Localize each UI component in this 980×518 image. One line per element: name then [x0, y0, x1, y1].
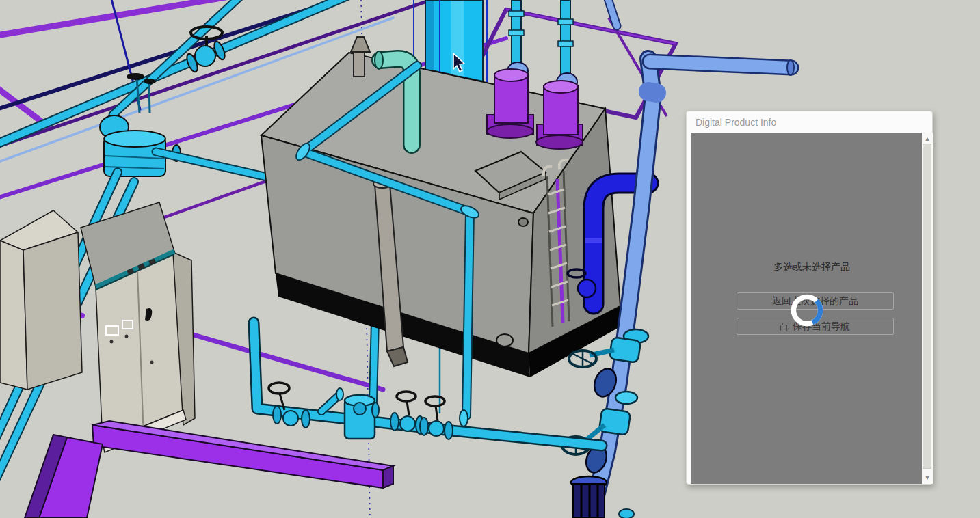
digital-product-info-panel: Digital Product Info 多选或未选择产品 返回上次选择的产品 …: [686, 111, 933, 485]
panel-body: 多选或未选择产品 返回上次选择的产品 保存当前导航: [691, 133, 922, 484]
scrollbar-thumb[interactable]: [923, 144, 931, 469]
panel-title: Digital Product Info: [696, 117, 776, 128]
panel-scrollbar[interactable]: ▲ ▼: [922, 133, 933, 484]
save-navigation-icon: [780, 323, 789, 331]
scroll-down-icon[interactable]: ▼: [922, 473, 933, 482]
selection-message: 多选或未选择产品: [691, 261, 933, 273]
chimney-pipe: [425, 0, 483, 81]
scroll-up-icon[interactable]: ▲: [922, 134, 933, 144]
panel-header[interactable]: Digital Product Info: [687, 111, 932, 133]
loading-spinner: [789, 292, 825, 329]
